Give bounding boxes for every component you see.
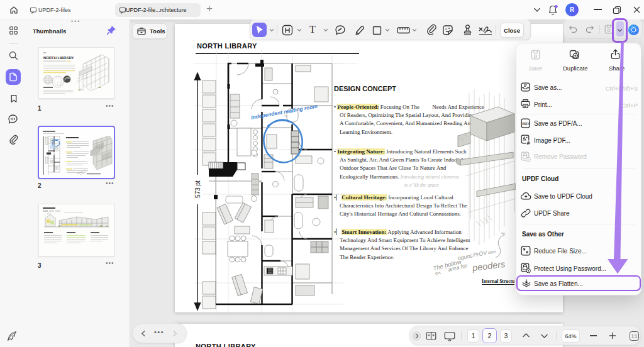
svg-text:573 pt: 573 pt	[194, 180, 201, 198]
svg-text:NORTH LIBRARY: NORTH LIBRARY	[43, 56, 74, 60]
svg-text:PDF/A: PDF/A	[522, 123, 530, 126]
